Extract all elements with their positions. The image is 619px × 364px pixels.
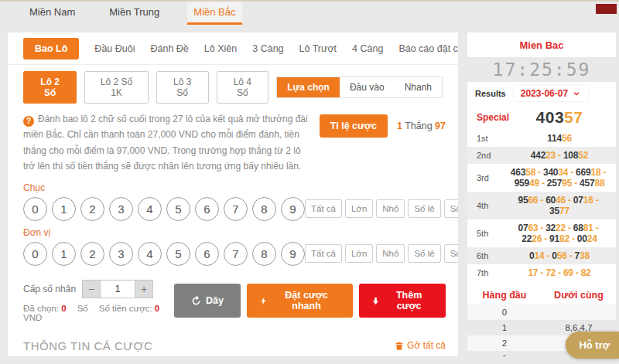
- quick-btn-1-row0[interactable]: Lớn: [345, 199, 373, 218]
- bet-type-tab-7[interactable]: Báo cáo đặt cược: [398, 43, 458, 54]
- summary-first-digit: 0: [467, 308, 542, 317]
- result-number: 014: [529, 250, 544, 261]
- bet-type-tab-1[interactable]: Đầu Đuôi: [94, 43, 135, 54]
- lo-type-tab-1[interactable]: Lô 2 Số 1K: [84, 71, 148, 104]
- result-number: 72: [545, 267, 556, 278]
- bet-type-tab-0[interactable]: Bao Lô: [23, 38, 79, 60]
- series-button[interactable]: Dãy: [174, 284, 241, 318]
- result-number: 46358: [511, 167, 535, 178]
- digit-3-row0[interactable]: 3: [109, 197, 133, 221]
- quick-buttons-0: Tất cảLớnNhỏSố lẻSố chẵnGỡ: [305, 199, 458, 218]
- mode-tab-0[interactable]: Lựa chọn: [277, 77, 340, 97]
- multiplier-decrease-button[interactable]: −: [82, 280, 101, 298]
- lo-type-row: Lô 2 SốLô 2 Số 1KLô 3 SốLô 4 Số Lựa chọn…: [8, 65, 458, 108]
- action-buttons: Dãy Đặt cược nhanh Thêm cược: [174, 284, 446, 318]
- result-row-label: Special: [477, 112, 509, 123]
- multiplier-increase-button[interactable]: +: [135, 280, 153, 298]
- clear-all-button[interactable]: Gỡ tất cả: [395, 340, 446, 351]
- bet-type-tab-4[interactable]: 3 Càng: [252, 43, 283, 54]
- digit-6-row0[interactable]: 6: [195, 197, 219, 221]
- bet-type-tab-2[interactable]: Đánh Đề: [150, 43, 188, 54]
- digit-5-row0[interactable]: 5: [166, 197, 190, 221]
- lo-type-tab-0[interactable]: Lô 2 Số: [23, 71, 77, 104]
- number-separator: -: [569, 250, 573, 261]
- digit-8-row1[interactable]: 8: [252, 242, 276, 266]
- result-number: 82: [581, 267, 591, 278]
- region-tab-0[interactable]: Miền Nam: [23, 2, 81, 25]
- quick-btn-4-row1[interactable]: Số chẵn: [444, 244, 458, 263]
- quick-btn-3-row1[interactable]: Số lẻ: [408, 244, 440, 263]
- region-tab-2[interactable]: Miền Bắc: [187, 2, 241, 25]
- multiplier-value-input[interactable]: 1: [101, 280, 135, 298]
- digit-5-row1[interactable]: 5: [166, 242, 190, 266]
- digit-4-row0[interactable]: 4: [138, 197, 162, 221]
- bet-type-tab-6[interactable]: 4 Càng: [352, 43, 383, 54]
- region-nav: Miền NamMiền TrungMiền Bắc: [0, 2, 619, 25]
- support-button[interactable]: Hỗ trợ: [566, 332, 619, 359]
- top-right-accent: [596, 4, 617, 14]
- bet-type-tab-3[interactable]: Lô Xiên: [204, 43, 237, 54]
- digit-4-row1[interactable]: 4: [138, 242, 162, 266]
- lo-type-tab-3[interactable]: Lô 4 Số: [217, 71, 269, 104]
- odds-ratio: 1 Thắng 97: [397, 121, 446, 131]
- game-description: ?Đánh bao lô 2 chữ số cuối trong 27 lô c…: [23, 111, 310, 175]
- mode-tab-1[interactable]: Đầu vào: [340, 77, 395, 97]
- number-separator: -: [568, 223, 571, 233]
- result-row-label: 3rd: [477, 173, 509, 182]
- date-dropdown[interactable]: 2023-06-07: [514, 86, 588, 101]
- digit-2-row0[interactable]: 2: [80, 197, 104, 221]
- digit-7-row1[interactable]: 7: [224, 242, 248, 266]
- quick-buttons-1: Tất cảLớnNhỏSố lẻSố chẵnGỡ: [305, 244, 458, 263]
- result-row-numbers: 17-72-69-82: [509, 267, 610, 278]
- digit-7-row0[interactable]: 7: [224, 197, 248, 221]
- digit-9-row0[interactable]: 9: [281, 197, 305, 221]
- lo-type-tab-2[interactable]: Lô 3 Số: [156, 71, 209, 104]
- result-row-numbers: 0763-3222-6881-2226-9182-0024: [509, 223, 610, 244]
- result-row-numbers: 40357: [509, 108, 610, 127]
- result-row-numbers: 11456: [509, 133, 610, 144]
- chosen-count: 0: [61, 304, 66, 313]
- digit-3-row1[interactable]: 3: [109, 242, 133, 266]
- quick-btn-2-row1[interactable]: Nhỏ: [376, 244, 405, 263]
- result-number: 2226: [522, 233, 542, 244]
- countdown-clock: 17:25:59: [467, 57, 616, 82]
- digit-section-label-0: Chục: [23, 182, 446, 193]
- digit-0-row1[interactable]: 0: [23, 242, 47, 266]
- digit-1-row1[interactable]: 1: [52, 242, 76, 266]
- quick-btn-1-row1[interactable]: Lớn: [345, 244, 373, 263]
- odds-bet-value: 1: [397, 121, 402, 131]
- result-number: 17: [528, 267, 538, 278]
- quick-btn-2-row0[interactable]: Nhỏ: [376, 199, 405, 218]
- digit-0-row0[interactable]: 0: [23, 197, 47, 221]
- digit-9-row1[interactable]: 9: [281, 242, 305, 266]
- digit-8-row0[interactable]: 8: [252, 197, 276, 221]
- quick-btn-4-row0[interactable]: Số chẵn: [444, 199, 458, 218]
- quick-btn-0-row0[interactable]: Tất cả: [305, 199, 342, 218]
- result-number: 25795: [547, 178, 572, 189]
- result-row-label: 5th: [477, 229, 509, 238]
- digit-6-row1[interactable]: 6: [195, 242, 219, 266]
- result-number: 44223: [531, 150, 556, 161]
- amount-value: 0: [155, 304, 159, 313]
- digit-1-row0[interactable]: 1: [52, 197, 76, 221]
- amount-label: Số tiền cược:: [99, 304, 152, 313]
- summary-first-digit: 1: [467, 323, 542, 332]
- clear-all-label: Gỡ tất cả: [407, 340, 446, 351]
- quick-btn-3-row0[interactable]: Số lẻ: [408, 199, 440, 218]
- result-number: 3577: [549, 206, 569, 216]
- digit-circles-0: 0123456789: [23, 197, 305, 221]
- number-separator: -: [542, 178, 545, 189]
- digit-section-1: Đơn vị0123456789Tất cảLớnNhỏSố lẻSố chẵn…: [8, 221, 458, 266]
- quick-btn-0-row1[interactable]: Tất cả: [305, 244, 342, 263]
- region-tab-1[interactable]: Miền Trung: [103, 2, 166, 25]
- odds-button[interactable]: Tỉ lệ cược: [320, 114, 388, 138]
- quick-bet-button[interactable]: Đặt cược nhanh: [247, 284, 353, 318]
- digit-2-row1[interactable]: 2: [80, 242, 104, 266]
- bet-type-tab-5[interactable]: Lô Trượt: [299, 43, 337, 54]
- multiplier-label: Cấp số nhân: [23, 284, 76, 294]
- mode-tab-2[interactable]: Nhanh: [395, 77, 442, 97]
- result-row-special: Special40357: [467, 105, 616, 130]
- add-bet-button[interactable]: Thêm cược: [359, 284, 446, 318]
- result-number: 40357: [536, 108, 583, 127]
- result-number: 0716: [573, 195, 593, 206]
